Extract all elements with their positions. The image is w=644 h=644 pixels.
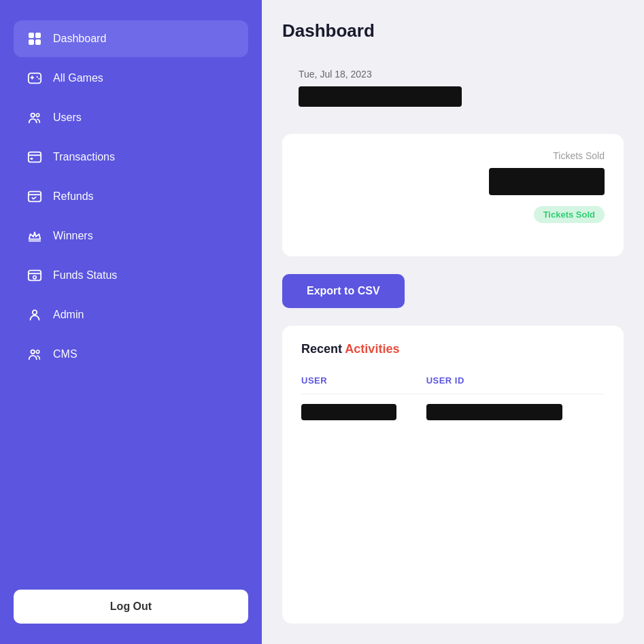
sidebar-item-label: CMS (53, 348, 78, 360)
gamepad-icon (26, 69, 44, 87)
sidebar-item-label: Users (53, 112, 82, 124)
sidebar-item-label: Transactions (53, 151, 115, 163)
crown-icon (26, 227, 44, 245)
tickets-sold-badge: Tickets Sold (534, 206, 605, 223)
sidebar-item-refunds[interactable]: Refunds (14, 178, 248, 215)
svg-rect-2 (29, 39, 34, 45)
activities-table-header: USER USER ID (301, 370, 605, 394)
column-header-user-id: USER ID (426, 370, 605, 394)
sidebar-item-transactions[interactable]: Transactions (14, 139, 248, 175)
sidebar-item-funds-status[interactable]: Funds Status (14, 257, 248, 294)
cms-icon (26, 345, 44, 363)
svg-point-19 (33, 275, 37, 279)
activities-title-prefix: Recent (301, 342, 342, 356)
svg-point-10 (36, 114, 39, 117)
sidebar-item-label: Refunds (53, 190, 94, 203)
svg-rect-14 (29, 192, 41, 202)
activities-title: Recent Activities (301, 342, 605, 356)
svg-rect-13 (31, 158, 33, 160)
stats-value-redacted (299, 86, 462, 107)
export-section: Export to CSV (282, 267, 624, 315)
svg-rect-6 (31, 75, 33, 80)
main-content: Dashboard Tue, Jul 18, 2023 Tickets Sold… (262, 0, 644, 644)
svg-rect-11 (29, 152, 41, 163)
user-id-value-redacted (426, 404, 562, 420)
funds-icon (26, 267, 44, 284)
sidebar-nav: Dashboard All Games (14, 20, 248, 576)
tickets-sold-card: Tickets Sold Tickets Sold (282, 134, 624, 256)
sidebar-item-label: Winners (53, 230, 93, 242)
sidebar-item-cms[interactable]: CMS (14, 336, 248, 373)
svg-rect-3 (35, 39, 41, 45)
sidebar-item-label: All Games (53, 72, 103, 84)
page-title: Dashboard (282, 20, 624, 41)
svg-point-21 (31, 350, 35, 354)
stats-date: Tue, Jul 18, 2023 (299, 69, 607, 80)
sidebar-item-label: Admin (53, 309, 84, 321)
svg-point-7 (37, 76, 38, 78)
svg-rect-0 (29, 33, 34, 38)
grid-icon (26, 30, 44, 48)
admin-icon (26, 306, 44, 324)
user-value-redacted (301, 404, 396, 420)
users-icon (26, 109, 44, 126)
activities-table: USER USER ID (301, 370, 605, 432)
tickets-sold-value (489, 168, 605, 195)
sidebar-item-users[interactable]: Users (14, 99, 248, 136)
svg-point-20 (33, 310, 37, 314)
sidebar-item-winners[interactable]: Winners (14, 218, 248, 254)
activities-card: Recent Activities USER USER ID (282, 326, 624, 624)
activities-table-body (301, 394, 605, 433)
tickets-sold-label: Tickets Sold (553, 150, 605, 161)
sidebar-item-admin[interactable]: Admin (14, 296, 248, 333)
cell-user-id (426, 394, 605, 433)
stats-section: Tue, Jul 18, 2023 (282, 55, 624, 123)
svg-point-9 (31, 114, 35, 118)
sidebar-item-all-games[interactable]: All Games (14, 60, 248, 97)
refunds-icon (26, 188, 44, 205)
logout-button[interactable]: Log Out (14, 590, 248, 624)
export-csv-button[interactable]: Export to CSV (282, 274, 405, 308)
activities-title-highlight: Activities (342, 342, 399, 356)
sidebar-item-dashboard[interactable]: Dashboard (14, 20, 248, 57)
sidebar-item-label: Dashboard (53, 33, 106, 45)
svg-rect-1 (35, 33, 41, 38)
sidebar-item-label: Funds Status (53, 269, 117, 282)
column-header-user: USER (301, 370, 426, 394)
table-row (301, 394, 605, 433)
transactions-icon (26, 148, 44, 166)
cell-user (301, 394, 426, 433)
svg-point-22 (36, 350, 39, 354)
sidebar: Dashboard All Games (0, 0, 262, 644)
svg-point-8 (38, 78, 39, 80)
